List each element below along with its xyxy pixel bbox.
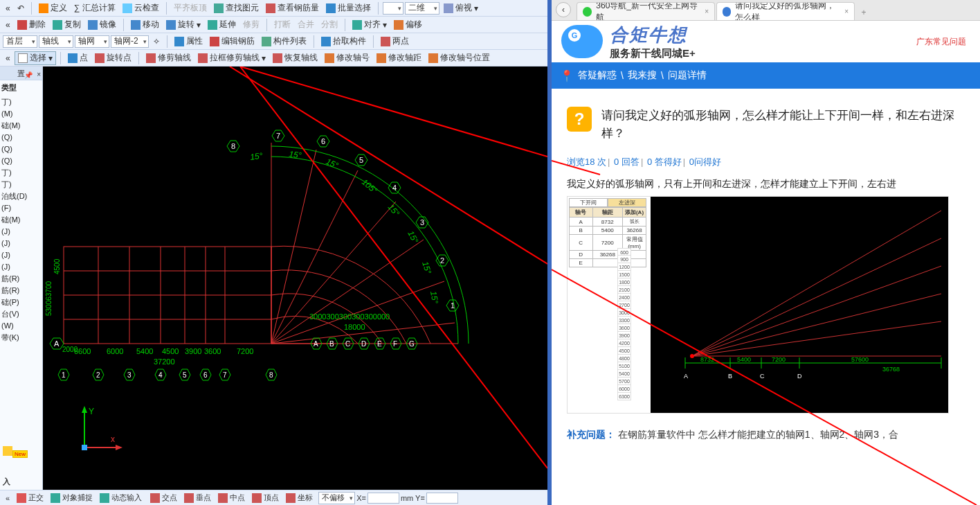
split-button[interactable]: 分割	[318, 18, 341, 32]
perp-toggle[interactable]: 垂点	[181, 493, 214, 503]
merge-button[interactable]: 合并	[295, 18, 317, 32]
trim-button[interactable]: 修剪	[240, 18, 262, 32]
snap-toggle[interactable]: 对象捕捉	[48, 493, 96, 503]
restore-button[interactable]: 恢复轴线	[270, 51, 320, 65]
crumb-1[interactable]: 答疑解惑	[578, 69, 617, 82]
boxtrim-button[interactable]: 拉框修剪轴线▾	[195, 51, 269, 65]
tab-question[interactable]: 请问我定义好的弧形轴网，怎么样 ×	[716, 2, 855, 20]
trimaxis-button[interactable]: 修剪轴线	[143, 51, 194, 65]
crumb-3[interactable]: 问题详情	[668, 69, 707, 82]
side-item[interactable]: (J)	[1, 238, 41, 249]
cad-canvas[interactable]: 15° 15° 15° 105° 15° 15° 15° 15° 8765432…	[43, 67, 547, 490]
x-field[interactable]	[368, 493, 399, 504]
side-item[interactable]: (Q)	[1, 132, 41, 143]
close-icon[interactable]: ×	[844, 8, 849, 15]
cloudcheck-button[interactable]: 云检查	[120, 1, 162, 15]
define-button[interactable]: 定义	[36, 1, 70, 15]
back-button[interactable]: ‹	[556, 2, 571, 17]
side-item[interactable]: (Q)	[1, 143, 41, 155]
side-item[interactable]: (J)	[1, 249, 41, 261]
rotate-button[interactable]: 旋转▾	[163, 18, 203, 32]
crumb-2[interactable]: 我来搜	[628, 69, 657, 82]
move-button[interactable]: 移动	[128, 18, 162, 32]
twopoint-button[interactable]: 两点	[378, 35, 412, 48]
region-link[interactable]: 广东常见问题	[916, 36, 966, 48]
side-item[interactable]: 筋(R)	[1, 285, 41, 296]
side-item[interactable]: 础(P)	[1, 296, 41, 308]
rotpt-button[interactable]: 旋转点	[92, 51, 134, 65]
misc-dropdown[interactable]	[383, 2, 403, 15]
side-item[interactable]: 台(V)	[1, 308, 41, 320]
view2d-dropdown[interactable]: 二维	[405, 2, 439, 15]
side-item[interactable]: (M)	[1, 108, 41, 120]
side-item[interactable]: (J)	[1, 226, 41, 238]
side-item[interactable]: (W)	[1, 320, 41, 332]
svg-text:8: 8	[231, 142, 235, 150]
floor-dropdown[interactable]: 首层	[3, 35, 37, 48]
expand-status-icon[interactable]: «	[3, 491, 12, 505]
modpos-button[interactable]: 修改轴号位置	[426, 51, 493, 65]
side-item[interactable]: 带(K)	[1, 332, 41, 344]
side-item[interactable]: (F)	[1, 202, 41, 214]
tab-360nav[interactable]: 360导航_新一代安全上网导航 ×	[577, 2, 715, 20]
gridnum-dropdown[interactable]: 轴网-2	[111, 35, 149, 48]
extend-button[interactable]: 延伸	[205, 18, 239, 32]
prop-button[interactable]: 属性	[172, 35, 206, 48]
offset-button[interactable]: 偏移	[391, 18, 425, 32]
side-item[interactable]: 丁)	[1, 179, 41, 191]
y-field[interactable]	[426, 493, 458, 504]
cad-drawing: 15° 15° 15° 105° 15° 15° 15° 15° 8765432…	[43, 67, 547, 489]
point-button[interactable]: 点	[65, 51, 91, 65]
findel-button[interactable]: 查找图元	[211, 1, 262, 15]
pickcomp-button[interactable]: 拾取构件	[318, 35, 369, 48]
side-item[interactable]: 筋(R)	[1, 273, 41, 285]
moddist-button[interactable]: 修改轴距	[374, 51, 424, 65]
xpt-toggle[interactable]: 交点	[147, 493, 180, 503]
side-item[interactable]: 础(M)	[1, 214, 41, 226]
editrebar-button[interactable]: 编辑钢筋	[207, 35, 257, 48]
close-icon[interactable]: ×	[37, 68, 41, 82]
nooffset-dropdown[interactable]: 不偏移	[318, 492, 355, 504]
expand-icon[interactable]: «	[3, 1, 13, 15]
batchsel-button[interactable]: 批量选择	[323, 1, 374, 15]
grid-dropdown[interactable]: 轴网	[75, 35, 109, 48]
mirror-button[interactable]: 镜像	[85, 18, 119, 32]
align-button[interactable]: 对齐▾	[350, 18, 390, 32]
svg-point-119	[690, 354, 694, 358]
sumcalc-button[interactable]: ∑ 汇总计算	[71, 1, 118, 15]
close-icon[interactable]: ×	[705, 8, 709, 15]
orth-toggle[interactable]: 正交	[14, 493, 46, 503]
mid-toggle[interactable]: 中点	[215, 493, 248, 503]
side-footer: 入	[3, 477, 10, 487]
question-image[interactable]: 下开间 左进深 轴号轴距添加(A) A8732弧长B540036268C7200…	[567, 196, 949, 414]
apex-toggle[interactable]: 顶点	[249, 493, 282, 503]
side-item[interactable]: 础(M)	[1, 120, 41, 132]
expand2-icon[interactable]: «	[3, 18, 13, 32]
brand-title: 合矩牛想	[610, 23, 696, 47]
expand3-icon[interactable]: «	[3, 51, 13, 65]
svg-text:7200: 7200	[237, 347, 253, 355]
perspective-button[interactable]: 俯视▾	[441, 1, 481, 15]
svg-text:A: A	[314, 340, 318, 348]
break-button[interactable]: 打断	[271, 18, 293, 32]
pin-icon[interactable]: 📌	[24, 69, 33, 82]
complist-button[interactable]: 构件列表	[259, 35, 309, 48]
delete-button[interactable]: 删除	[15, 18, 48, 32]
viewbar-button[interactable]: 查看钢筋量	[263, 1, 322, 15]
side-item[interactable]: (J)	[1, 261, 41, 273]
svg-text:5: 5	[359, 156, 363, 164]
undo-icon[interactable]: ↶	[15, 1, 27, 15]
modname-button[interactable]: 修改轴号	[322, 51, 372, 65]
axisline-dropdown[interactable]: 轴线	[39, 35, 73, 48]
side-item[interactable]: 泊线(D)	[1, 191, 41, 202]
side-item[interactable]: 丁)	[1, 96, 41, 108]
select-button[interactable]: 选择▾	[15, 51, 56, 65]
newtab-button[interactable]: +	[856, 5, 871, 20]
side-item[interactable]: (Q)	[1, 155, 41, 167]
copy-button[interactable]: 复制	[50, 18, 84, 32]
dyn-toggle[interactable]: 动态输入	[97, 493, 145, 503]
flatboard-button[interactable]: 平齐板顶	[171, 1, 210, 15]
coord-toggle[interactable]: 坐标	[283, 493, 316, 503]
wand-icon[interactable]: ✧	[150, 35, 163, 48]
side-item[interactable]: 丁)	[1, 167, 41, 179]
